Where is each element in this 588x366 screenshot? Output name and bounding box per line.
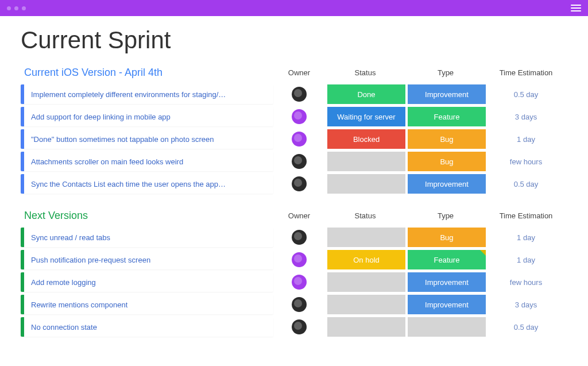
- column-header-status[interactable]: Status: [325, 68, 405, 77]
- type-cell[interactable]: Bug: [408, 129, 486, 149]
- type-cell[interactable]: Feature: [408, 250, 486, 269]
- type-cell[interactable]: Feature: [408, 107, 486, 126]
- owner-cell[interactable]: [273, 272, 325, 292]
- task-cell[interactable]: Sync unread / read tabs: [21, 228, 273, 247]
- status-cell[interactable]: [327, 228, 405, 247]
- group-stripe: [21, 272, 24, 292]
- table-row[interactable]: Rewrite mentions componentImprovement3 d…: [21, 295, 567, 314]
- status-cell[interactable]: [327, 272, 405, 292]
- group-header: Next VersionsOwnerStatusTypeTime Estimat…: [21, 206, 567, 228]
- type-cell[interactable]: Improvement: [408, 84, 486, 104]
- traffic-lights: [7, 6, 26, 10]
- dot-min-icon[interactable]: [14, 6, 18, 10]
- type-cell[interactable]: Improvement: [408, 295, 486, 314]
- group-header: Current iOS Version - April 4thOwnerStat…: [21, 63, 567, 84]
- table-row[interactable]: "Done" button sometimes not tappable on …: [21, 129, 567, 149]
- task-cell[interactable]: Sync the Contacts List each time the use…: [21, 174, 273, 194]
- status-cell[interactable]: [327, 295, 405, 314]
- time-cell[interactable]: 1 day: [486, 129, 566, 149]
- owner-cell[interactable]: [273, 228, 325, 247]
- time-cell[interactable]: few hours: [486, 272, 566, 292]
- status-cell[interactable]: [327, 152, 405, 171]
- table-row[interactable]: Add support for deep linking in mobile a…: [21, 107, 567, 126]
- type-cell[interactable]: Bug: [408, 228, 486, 247]
- status-cell[interactable]: Done: [327, 84, 405, 104]
- group-title[interactable]: Next Versions: [21, 210, 273, 222]
- avatar-icon[interactable]: [292, 132, 307, 147]
- group-stripe: [21, 228, 24, 247]
- avatar-icon[interactable]: [292, 176, 307, 191]
- time-cell[interactable]: 0.5 day: [486, 84, 566, 104]
- menu-icon[interactable]: [571, 5, 581, 11]
- type-cell[interactable]: Improvement: [408, 272, 486, 292]
- group-title[interactable]: Current iOS Version - April 4th: [21, 67, 273, 79]
- time-cell[interactable]: 3 days: [486, 295, 566, 314]
- owner-cell[interactable]: [273, 317, 325, 337]
- table-row[interactable]: Implement completely different environme…: [21, 84, 567, 104]
- page-title: Current Sprint: [21, 26, 567, 54]
- table-row[interactable]: Add remote loggingImprovementfew hours: [21, 272, 567, 292]
- avatar-icon[interactable]: [292, 297, 307, 312]
- task-cell[interactable]: No connection state: [21, 317, 273, 337]
- group-stripe: [21, 107, 24, 126]
- column-header-status[interactable]: Status: [325, 211, 405, 220]
- task-cell[interactable]: Add support for deep linking in mobile a…: [21, 107, 273, 126]
- column-header-owner[interactable]: Owner: [273, 211, 325, 220]
- type-cell[interactable]: [408, 317, 486, 337]
- task-cell[interactable]: Implement completely different environme…: [21, 84, 273, 104]
- group-stripe: [21, 174, 24, 194]
- avatar-icon[interactable]: [292, 319, 307, 334]
- avatar-icon[interactable]: [292, 109, 307, 124]
- task-text: "Done" button sometimes not tappable on …: [31, 135, 214, 144]
- dot-max-icon[interactable]: [22, 6, 26, 10]
- time-cell[interactable]: 1 day: [486, 250, 566, 269]
- table-row[interactable]: Sync the Contacts List each time the use…: [21, 174, 567, 194]
- time-cell[interactable]: few hours: [486, 152, 566, 171]
- rows: Implement completely different environme…: [21, 84, 567, 194]
- table-row[interactable]: Attachments scroller on main feed looks …: [21, 152, 567, 171]
- owner-cell[interactable]: [273, 250, 325, 269]
- owner-cell[interactable]: [273, 107, 325, 126]
- table-row[interactable]: No connection state0.5 day: [21, 317, 567, 337]
- task-text: No connection state: [31, 323, 97, 332]
- table-row[interactable]: Sync unread / read tabsBug1 day: [21, 228, 567, 247]
- avatar-icon[interactable]: [292, 252, 307, 267]
- owner-cell[interactable]: [273, 129, 325, 149]
- status-cell[interactable]: On hold: [327, 250, 405, 269]
- column-header-time[interactable]: Time Estimation: [486, 211, 566, 220]
- type-cell[interactable]: Bug: [408, 152, 486, 171]
- column-header-owner[interactable]: Owner: [273, 68, 325, 77]
- column-header-type[interactable]: Type: [405, 68, 486, 77]
- avatar-icon[interactable]: [292, 154, 307, 169]
- task-text: Push notification pre-request screen: [31, 256, 150, 264]
- status-cell[interactable]: Waiting for server: [327, 107, 405, 126]
- status-cell[interactable]: Blocked: [327, 129, 405, 149]
- rows: Sync unread / read tabsBug1 dayPush noti…: [21, 228, 567, 337]
- type-cell[interactable]: Improvement: [408, 174, 486, 194]
- task-cell[interactable]: Rewrite mentions component: [21, 295, 273, 314]
- owner-cell[interactable]: [273, 174, 325, 194]
- task-cell[interactable]: Attachments scroller on main feed looks …: [21, 152, 273, 171]
- task-cell[interactable]: "Done" button sometimes not tappable on …: [21, 129, 273, 149]
- avatar-icon[interactable]: [292, 275, 307, 290]
- table-row[interactable]: Push notification pre-request screenOn h…: [21, 250, 567, 269]
- status-cell[interactable]: [327, 174, 405, 194]
- column-header-time[interactable]: Time Estimation: [486, 68, 566, 77]
- time-cell[interactable]: 1 day: [486, 228, 566, 247]
- owner-cell[interactable]: [273, 152, 325, 171]
- time-cell[interactable]: 0.5 day: [486, 174, 566, 194]
- group-stripe: [21, 152, 24, 171]
- group-stripe: [21, 129, 24, 149]
- avatar-icon[interactable]: [292, 87, 307, 102]
- status-cell[interactable]: [327, 317, 405, 337]
- column-header-type[interactable]: Type: [405, 211, 486, 220]
- time-cell[interactable]: 0.5 day: [486, 317, 566, 337]
- avatar-icon[interactable]: [292, 230, 307, 245]
- time-cell[interactable]: 3 days: [486, 107, 566, 126]
- owner-cell[interactable]: [273, 84, 325, 104]
- task-cell[interactable]: Push notification pre-request screen: [21, 250, 273, 269]
- dot-close-icon[interactable]: [7, 6, 11, 10]
- owner-cell[interactable]: [273, 295, 325, 314]
- task-cell[interactable]: Add remote logging: [21, 272, 273, 292]
- group-stripe: [21, 250, 24, 269]
